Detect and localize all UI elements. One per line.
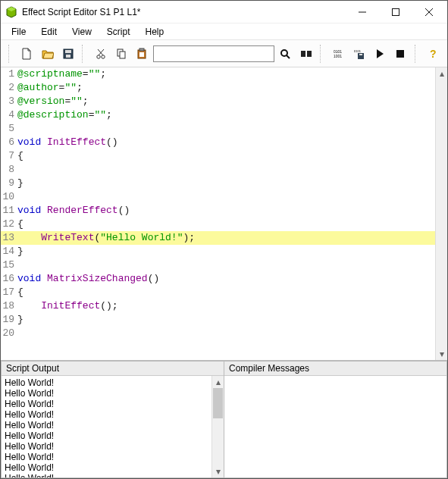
code-line[interactable]: 13 WriteText("Hello World!"); — [1, 231, 435, 245]
find-replace-button[interactable] — [296, 44, 315, 64]
run-button[interactable] — [371, 44, 390, 64]
code-line[interactable]: 17{ — [1, 286, 435, 299]
output-line: Hello World! — [5, 420, 208, 430]
open-file-button[interactable] — [38, 44, 57, 64]
output-line: Hello World! — [5, 399, 208, 409]
code-line[interactable]: 10 — [1, 190, 435, 204]
script-output-list[interactable]: Hello World!Hello World!Hello World!Hell… — [2, 376, 211, 477]
help-button[interactable]: ? — [424, 44, 443, 64]
code-line[interactable]: 14} — [1, 245, 435, 258]
line-number: 13 — [1, 231, 17, 245]
code-line[interactable]: 12{ — [1, 218, 435, 231]
scroll-down-icon[interactable]: ▾ — [212, 465, 224, 477]
toolbar-separator — [82, 45, 86, 63]
code-line[interactable]: 15 — [1, 258, 435, 272]
svg-rect-1 — [393, 8, 399, 15]
code-line[interactable]: 8 — [1, 163, 435, 177]
line-number: 16 — [1, 272, 17, 286]
editor-scrollbar[interactable]: ▴ ▾ — [435, 67, 447, 360]
output-line: Hello World! — [5, 441, 208, 452]
scroll-thumb[interactable] — [213, 388, 223, 418]
search-input[interactable] — [153, 45, 274, 62]
code-line[interactable]: 1@scriptname=""; — [1, 67, 435, 81]
new-file-button[interactable] — [17, 44, 36, 64]
svg-line-10 — [98, 49, 103, 55]
menu-edit[interactable]: Edit — [33, 25, 64, 39]
line-number: 15 — [1, 258, 17, 272]
script-output-header: Script Output — [2, 362, 224, 376]
titlebar: Effect Script Editor S1 P1 L1* — [1, 1, 447, 23]
svg-point-8 — [102, 55, 105, 58]
stop-button[interactable] — [391, 44, 410, 64]
line-number: 20 — [1, 327, 17, 340]
output-line: Hello World! — [5, 462, 208, 473]
line-number: 8 — [1, 163, 17, 177]
compile-save-button[interactable]: 0101 — [349, 44, 368, 64]
svg-rect-24 — [359, 54, 362, 55]
output-scrollbar[interactable]: ▴ ▾ — [211, 376, 224, 477]
code-line[interactable]: 4@description=""; — [1, 108, 435, 122]
search-button[interactable] — [276, 44, 295, 64]
svg-point-16 — [281, 50, 287, 56]
app-icon — [5, 6, 17, 18]
toolbar-separator — [320, 45, 324, 63]
compile-button[interactable]: 01011001 — [329, 44, 348, 64]
maximize-button[interactable] — [379, 2, 412, 23]
menu-script[interactable]: Script — [99, 25, 138, 39]
line-number: 17 — [1, 286, 17, 299]
output-line: Hello World! — [5, 452, 208, 462]
save-button[interactable] — [58, 44, 77, 64]
svg-rect-18 — [301, 51, 305, 57]
script-output-panel: Script Output Hello World!Hello World!He… — [1, 361, 224, 478]
code-line[interactable]: 20 — [1, 327, 435, 340]
scroll-up-icon[interactable]: ▴ — [436, 67, 447, 80]
svg-rect-5 — [65, 50, 71, 53]
line-number: 10 — [1, 190, 17, 204]
code-line[interactable]: 6void InitEffect() — [1, 136, 435, 149]
copy-button[interactable] — [111, 44, 130, 64]
close-button[interactable] — [412, 2, 446, 23]
window-title: Effect Script Editor S1 P1 L1* — [22, 7, 346, 17]
compiler-messages-list[interactable] — [224, 376, 446, 477]
line-number: 18 — [1, 299, 17, 313]
code-line[interactable]: 5 — [1, 122, 435, 136]
code-line[interactable]: 2@author=""; — [1, 81, 435, 95]
cut-button[interactable] — [91, 44, 110, 64]
line-number: 7 — [1, 149, 17, 163]
toolbar: 01011001 0101 ? — [1, 40, 447, 67]
svg-point-7 — [97, 55, 100, 58]
paste-button[interactable] — [133, 44, 152, 64]
menu-help[interactable]: Help — [138, 25, 172, 39]
menubar: File Edit View Script Help — [1, 23, 447, 40]
line-number: 6 — [1, 136, 17, 149]
menu-file[interactable]: File — [4, 25, 33, 39]
line-number: 9 — [1, 177, 17, 190]
svg-text:0101: 0101 — [354, 49, 362, 53]
output-line: Hello World! — [5, 377, 208, 388]
line-number: 11 — [1, 204, 17, 218]
scroll-up-icon[interactable]: ▴ — [212, 376, 224, 388]
code-line[interactable]: 19} — [1, 313, 435, 327]
svg-rect-19 — [307, 51, 312, 57]
output-line: Hello World! — [5, 430, 208, 441]
menu-view[interactable]: View — [64, 25, 99, 39]
code-editor[interactable]: 1@scriptname="";2@author="";3@version=""… — [1, 67, 447, 361]
code-line[interactable]: 3@version=""; — [1, 95, 435, 108]
minimize-button[interactable] — [346, 2, 379, 23]
code-line[interactable]: 11void RenderEffect() — [1, 204, 435, 218]
svg-rect-14 — [139, 49, 144, 51]
code-line[interactable]: 18 InitEffect(); — [1, 299, 435, 313]
output-line: Hello World! — [5, 409, 208, 420]
code-line[interactable]: 7{ — [1, 149, 435, 163]
code-line[interactable]: 16void MatrixSizeChanged() — [1, 272, 435, 286]
line-number: 5 — [1, 122, 17, 136]
svg-rect-6 — [66, 55, 70, 58]
line-number: 14 — [1, 245, 17, 258]
code-line[interactable]: 9} — [1, 177, 435, 190]
bottom-panels: Script Output Hello World!Hello World!He… — [1, 361, 447, 478]
output-line: Hello World! — [5, 473, 208, 477]
line-number: 3 — [1, 95, 17, 108]
svg-rect-12 — [120, 52, 125, 58]
svg-text:1001: 1001 — [334, 54, 342, 58]
scroll-down-icon[interactable]: ▾ — [436, 348, 447, 360]
